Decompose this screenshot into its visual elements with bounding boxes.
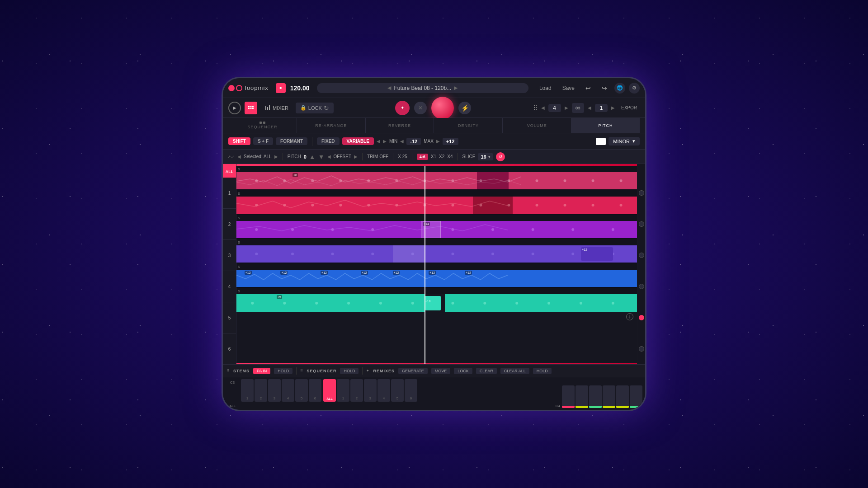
- remix-key-4[interactable]: [603, 385, 615, 408]
- clear-button[interactable]: CLEAR: [476, 368, 497, 374]
- mode-sequencer[interactable]: SEQUENCER: [228, 118, 297, 133]
- fx1-button[interactable]: [395, 101, 410, 115]
- play-button[interactable]: ▶: [228, 102, 241, 114]
- remix-key-5[interactable]: [616, 385, 629, 408]
- undo-button[interactable]: ↩: [582, 83, 594, 93]
- sel-next[interactable]: ▶: [274, 154, 278, 159]
- fx2-button[interactable]: [414, 102, 427, 114]
- x1-label[interactable]: X1: [431, 154, 436, 159]
- track-4-m-row[interactable]: +12: [236, 245, 637, 263]
- grid-button[interactable]: [245, 102, 257, 114]
- mode-volume[interactable]: VOLUME: [503, 118, 571, 133]
- track-2-m-row[interactable]: [236, 197, 637, 214]
- seq-hold-button[interactable]: HOLD: [340, 368, 359, 374]
- track-end-circle-2[interactable]: [639, 221, 644, 227]
- seq-key-6[interactable]: 6: [405, 379, 417, 402]
- seq-key-5[interactable]: 5: [391, 379, 404, 402]
- mode-rearrange[interactable]: RE-ARRANGE: [297, 118, 366, 133]
- track-end-circle-6[interactable]: [639, 346, 644, 352]
- global-settings-icon[interactable]: 🌐: [614, 83, 625, 94]
- remix-key-2[interactable]: [576, 385, 588, 408]
- x-active-button[interactable]: 4:6: [417, 154, 428, 160]
- pitch-range-prev[interactable]: ◀: [377, 139, 380, 144]
- track-3-m-row[interactable]: +14: [236, 221, 637, 238]
- sel-prev[interactable]: ◀: [237, 154, 241, 159]
- loop-next[interactable]: ▶: [611, 105, 615, 110]
- pa-in-button[interactable]: PA IN: [253, 368, 270, 374]
- stem-key-6[interactable]: 6: [309, 379, 321, 402]
- stems-hold-button[interactable]: HOLD: [274, 368, 292, 374]
- track-end-circle-4[interactable]: [639, 284, 644, 289]
- pitch-range-next[interactable]: ▶: [383, 139, 387, 144]
- track-6-m-row[interactable]: +18 +5: [236, 294, 637, 312]
- refresh-button[interactable]: ↺: [496, 152, 505, 161]
- settings-icon[interactable]: ⚙: [629, 83, 640, 94]
- sf-button[interactable]: S + F: [253, 137, 273, 145]
- fx3-button[interactable]: [458, 102, 471, 114]
- fixed-button[interactable]: FIXED: [317, 137, 339, 145]
- track-end-circle-1[interactable]: [639, 190, 644, 196]
- add-track-button[interactable]: +: [626, 313, 633, 320]
- shift-button[interactable]: SHIFT: [228, 137, 250, 145]
- seq-key-all[interactable]: ALL: [323, 379, 336, 402]
- next-track-button[interactable]: ▶: [454, 85, 458, 91]
- lock-button[interactable]: 🔒 LOCK ↻: [296, 103, 334, 113]
- generate-button[interactable]: GENERATE: [398, 368, 428, 374]
- stem-key-1[interactable]: 1: [241, 379, 254, 402]
- seq-key-4[interactable]: 4: [377, 379, 390, 402]
- x2-label[interactable]: X2: [439, 154, 444, 159]
- seq-key-2[interactable]: 2: [350, 379, 363, 402]
- mode-reverse[interactable]: REVERSE: [366, 118, 434, 133]
- scale-selector[interactable]: MINOR ▾: [609, 137, 640, 145]
- seq-key-3[interactable]: 3: [364, 379, 377, 402]
- track-numbers: 1 2 3 4 5 6: [223, 178, 236, 364]
- beats-next[interactable]: ▶: [565, 105, 568, 110]
- all-label-block[interactable]: ALL: [223, 166, 236, 178]
- stop-button[interactable]: ■: [276, 83, 286, 93]
- load-button[interactable]: Load: [536, 84, 555, 93]
- remix-key-1[interactable]: [562, 385, 575, 408]
- bottom-lock-button[interactable]: LOCK: [454, 368, 472, 374]
- stem-key-3[interactable]: 3: [268, 379, 281, 402]
- loop-infinite-button[interactable]: ∞: [572, 103, 584, 113]
- move-button[interactable]: MOVE: [431, 368, 451, 374]
- save-button[interactable]: Save: [559, 84, 578, 93]
- min-prev[interactable]: ◀: [400, 139, 404, 144]
- mode-pitch[interactable]: PITCH: [571, 118, 640, 133]
- pitch-down-icon[interactable]: ▼: [318, 153, 325, 160]
- mixer-button[interactable]: MIXER: [261, 103, 292, 113]
- offset-next[interactable]: ▶: [354, 154, 358, 159]
- pitch-value: 0: [304, 154, 307, 160]
- slice-dropdown[interactable]: 16 ▾: [478, 153, 493, 160]
- mode-density[interactable]: DENSITY: [434, 118, 503, 133]
- redo-button[interactable]: ↪: [598, 83, 611, 93]
- stem-key-5[interactable]: 5: [295, 379, 308, 402]
- loop-prev[interactable]: ◀: [588, 105, 591, 110]
- formant-button[interactable]: FORMANT: [276, 137, 307, 145]
- stem-key-2[interactable]: 2: [255, 379, 267, 402]
- x4-label[interactable]: X4: [447, 154, 453, 159]
- bpm-display[interactable]: 120.00: [290, 84, 310, 92]
- piano-icon[interactable]: [596, 138, 606, 145]
- variable-button[interactable]: VARIABLE: [342, 137, 374, 145]
- max-next[interactable]: ▶: [436, 139, 440, 144]
- remix-key-6[interactable]: [630, 385, 642, 408]
- track-5-m-row[interactable]: +12 +12 +12 +12 +12 +12 +12: [236, 270, 637, 287]
- track-end-circle-5-red[interactable]: [639, 315, 644, 320]
- clear-all-button[interactable]: CLEAR ALL: [500, 368, 529, 374]
- stem-key-4[interactable]: 4: [282, 379, 294, 402]
- pitch-up-icon[interactable]: ▲: [309, 153, 316, 160]
- prev-track-button[interactable]: ◀: [387, 85, 391, 91]
- main-record-button[interactable]: [431, 97, 454, 119]
- slice-value: 16: [481, 154, 486, 160]
- export-button[interactable]: EXPOR: [618, 103, 640, 112]
- track-end-circle-3[interactable]: [639, 253, 644, 258]
- track-3-s-label: S: [238, 216, 240, 220]
- track-1-m-row[interactable]: +8: [236, 172, 637, 189]
- bottom-hold3-button[interactable]: HOLD: [533, 368, 552, 374]
- beats-prev[interactable]: ◀: [541, 105, 545, 110]
- seq-key-1[interactable]: 1: [337, 379, 349, 402]
- remix-key-3[interactable]: [589, 385, 602, 408]
- tablet-frame: loopmix ■ 120.00 ◀ Future Beat 08 - 120b…: [222, 77, 646, 411]
- offset-prev[interactable]: ◀: [327, 154, 331, 159]
